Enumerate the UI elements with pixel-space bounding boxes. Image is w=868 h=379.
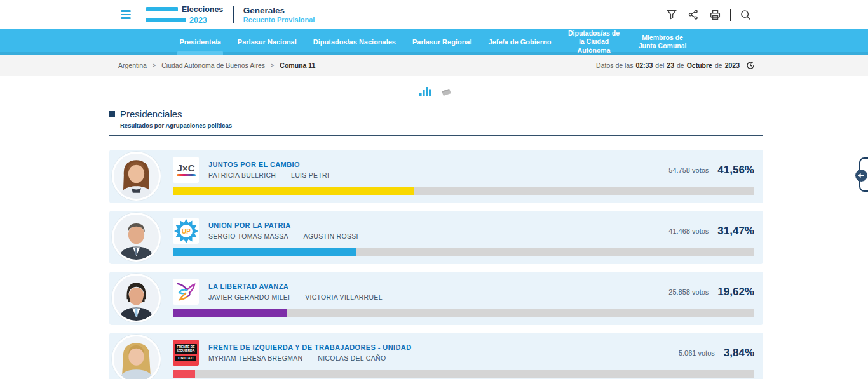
result-bar-fill <box>173 309 287 317</box>
candidates: MYRIAM TERESA BREGMAN-NICOLAS DEL CAÑO <box>208 354 412 362</box>
result-bar-track <box>173 370 754 378</box>
result-bar-track <box>173 248 754 256</box>
category-nav: Presidente/a Parlasur Nacional Diputados… <box>0 29 868 55</box>
filter-icon[interactable] <box>667 10 677 20</box>
brand-line2: 2023 <box>189 16 207 25</box>
section-divider <box>109 135 763 136</box>
toggle-divider-right <box>459 91 663 91</box>
candidate-photo-bullrich <box>112 152 161 201</box>
party-name: JUNTOS POR EL CAMBIO <box>208 161 329 168</box>
brand-line1: Elecciones <box>182 5 223 14</box>
logo-bar <box>146 7 178 12</box>
result-bar-fill <box>173 187 414 195</box>
section-title: Presidenciales <box>120 109 182 119</box>
candidate-photo-milei <box>112 274 161 322</box>
results-list: J×C JUNTOS POR EL CAMBIO PATRICIA BULLRI… <box>109 150 763 379</box>
result-card-union-por-la-patria[interactable]: UP UNION POR LA PATRIA SERGIO TOMAS MASS… <box>109 211 763 264</box>
candidates: SERGIO TOMAS MASSA-AGUSTIN ROSSI <box>208 232 358 240</box>
party-name: FRENTE DE IZQUIERDA Y DE TRABAJADORES - … <box>208 343 412 351</box>
breadcrumb-separator: > <box>271 62 274 69</box>
breadcrumb-argentina[interactable]: Argentina <box>118 62 147 69</box>
header-icon-divider <box>730 9 731 21</box>
party-name: UNION POR LA PATRIA <box>208 222 358 229</box>
tab-diputados-nacionales[interactable]: Diputados/as Nacionales <box>306 29 403 55</box>
result-bar-fill <box>173 248 356 256</box>
tab-parlasur-nacional[interactable]: Parlasur Nacional <box>231 29 304 55</box>
chart-view-icon[interactable] <box>419 85 433 96</box>
result-bar-track <box>173 187 754 195</box>
logo-bar <box>146 18 186 23</box>
breadcrumb: Argentina > Ciudad Autónoma de Buenos Ai… <box>118 62 315 69</box>
page-title: Generales <box>243 6 315 15</box>
tab-junta-comunal[interactable]: Miembros de Junta Comunal <box>630 29 696 55</box>
candidate-photo-bregman <box>112 335 161 379</box>
percent-value: 19,62% <box>717 286 754 298</box>
page-subtitle: Recuento Provisional <box>243 16 315 23</box>
result-card-frente-de-izquierda[interactable]: FRENTE DE IZQUIERDA UNIDAD FRENTE DE IZQ… <box>109 333 763 379</box>
header-divider <box>233 6 234 23</box>
breadcrumb-caba[interactable]: Ciudad Autónoma de Buenos Aires <box>161 62 265 69</box>
party-logo-jxc: J×C <box>173 157 199 183</box>
candidates: PATRICIA BULLRICH-LUIS PETRI <box>208 171 329 179</box>
result-bar-track <box>173 309 754 317</box>
percent-value: 3,84% <box>724 347 754 359</box>
panel-collapse-button[interactable] <box>855 170 867 182</box>
votes-count: 41.468 votos <box>668 227 709 235</box>
refresh-icon[interactable] <box>746 61 755 70</box>
breadcrumb-separator: > <box>153 62 156 69</box>
section-bullet <box>109 111 115 117</box>
tab-presidente[interactable]: Presidente/a <box>172 29 227 55</box>
view-toggle <box>210 84 663 97</box>
votes-count: 54.758 votos <box>668 166 709 174</box>
data-timestamp: Datos de las 02:33 del 23 de Octubre de … <box>596 61 755 70</box>
candidate-photo-massa <box>112 213 161 262</box>
percent-value: 31,47% <box>717 225 754 237</box>
svg-text:UP: UP <box>182 227 191 234</box>
tab-parlasur-regional[interactable]: Parlasur Regional <box>405 29 479 55</box>
votes-count: 5.061 votos <box>679 349 715 357</box>
votes-count: 25.858 votos <box>668 288 709 296</box>
tab-jefe-gobierno[interactable]: Jefe/a de Gobierno <box>482 29 559 55</box>
breadcrumb-current: Comuna 11 <box>280 62 315 69</box>
result-bar-fill <box>173 370 195 378</box>
result-card-juntos-por-el-cambio[interactable]: J×C JUNTOS POR EL CAMBIO PATRICIA BULLRI… <box>109 150 763 203</box>
party-logo-fit: FRENTE DE IZQUIERDA UNIDAD <box>173 340 199 366</box>
elecciones-logo: Elecciones 2023 <box>146 5 223 25</box>
tab-diputados-ciudad[interactable]: Diputados/as de la Ciudad Autónoma <box>561 29 627 55</box>
candidates: JAVIER GERARDO MILEI-VICTORIA VILLARRUEL <box>208 293 383 301</box>
active-tab-indicator <box>177 51 222 55</box>
section-subtitle: Resultados por Agrupaciones políticas <box>120 122 763 129</box>
print-icon[interactable] <box>710 10 721 20</box>
toggle-divider-left <box>210 91 414 91</box>
party-logo-up: UP <box>173 218 199 244</box>
section-header: Presidenciales Resultados por Agrupacion… <box>109 109 763 136</box>
menu-icon[interactable] <box>121 8 131 21</box>
search-icon[interactable] <box>740 10 751 20</box>
result-card-la-libertad-avanza[interactable]: LA LIBERTAD AVANZA JAVIER GERARDO MILEI-… <box>109 272 763 325</box>
ballot-view-icon[interactable] <box>439 85 453 96</box>
share-icon[interactable] <box>688 10 699 20</box>
breadcrumb-bar: Argentina > Ciudad Autónoma de Buenos Ai… <box>0 55 868 76</box>
percent-value: 41,56% <box>717 164 754 176</box>
main-content: Presidenciales Resultados por Agrupacion… <box>0 84 868 379</box>
party-name: LA LIBERTAD AVANZA <box>208 283 383 290</box>
app-header: Elecciones 2023 Generales Recuento Provi… <box>0 0 868 29</box>
party-logo-lla <box>173 279 199 305</box>
